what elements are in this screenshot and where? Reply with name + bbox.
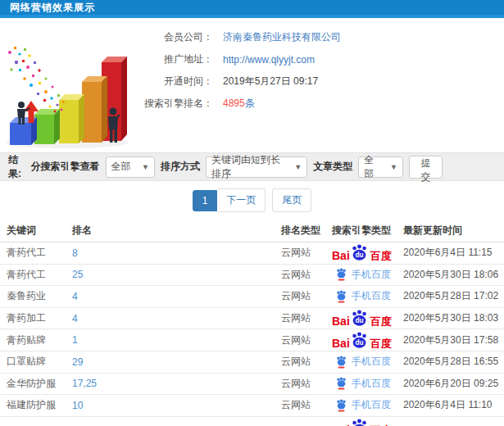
- caret-down-icon: ▼: [390, 163, 397, 171]
- rank-count: 4895: [223, 97, 245, 109]
- baidu-logo: Bai du 百度: [332, 332, 392, 349]
- engine-rank-value: 4895条: [223, 97, 255, 111]
- engine-cell: Bai du 百度 手机百度: [332, 332, 403, 349]
- table-row: 秦鲁药业 4 云网站 Bai du 百度: [0, 286, 504, 308]
- engine-select-value: 全部: [111, 160, 131, 174]
- open-time-label: 开通时间：: [138, 75, 213, 88]
- article-select-value: 全部: [364, 153, 384, 181]
- baidu-logo: Bai du 百度: [332, 419, 392, 426]
- account-info: 会员公司： 济南秦鲁药业科技有限公司 推广地址： http://www.qlyy…: [138, 18, 341, 152]
- rank-link[interactable]: 4: [72, 313, 281, 324]
- article-type-select[interactable]: 全部 ▼: [358, 156, 403, 178]
- results-table: 关键词 排名 排名类型 搜索引擎类型 最新更新时间 膏药代工 8 云网站 Bai…: [0, 220, 504, 426]
- bar-orange: [82, 76, 107, 143]
- keyword-cell: 膏药加工: [7, 311, 72, 325]
- keyword-cell: 福建防护服: [7, 398, 72, 412]
- mobile-baidu-icon: 手机百度: [335, 289, 391, 303]
- member-company-label: 会员公司：: [138, 30, 213, 44]
- next-page-button[interactable]: 下一页: [217, 188, 266, 212]
- promo-url-row: 推广地址： http://www.qlyyjt.com: [138, 48, 341, 70]
- table-row: 膏药贴牌 1 云网站 Bai du 百度: [0, 329, 504, 351]
- engine-cell: Bai du 百度 手机百度: [332, 268, 403, 282]
- table-row: 口罩贴牌 29 云网站 Bai du 百度: [0, 351, 504, 374]
- svg-text:du: du: [355, 316, 363, 324]
- engine-cell: Bai du 百度 手机百度: [332, 377, 403, 391]
- page: 网络营销效果展示: [0, 0, 504, 426]
- engine-filter-label: 分搜索引擎查看: [31, 160, 100, 174]
- rank-link[interactable]: 4: [72, 291, 281, 302]
- header-engine-type: 搜索引擎类型: [332, 224, 403, 238]
- table-row: Bai du 百度 手机百度: [0, 417, 504, 426]
- keyword-cell: 金华防护服: [7, 377, 72, 391]
- updated-cell: 2020年6月20日 09:25: [403, 377, 504, 391]
- growth-chart-illustration: [0, 20, 138, 151]
- engine-select[interactable]: 全部 ▼: [106, 156, 155, 178]
- rank-type-cell: 云网站: [281, 377, 332, 391]
- mobile-paw-icon: [335, 399, 347, 412]
- baidu-logo: Bai du 百度: [332, 244, 392, 261]
- rank-type-cell: 云网站: [281, 333, 332, 347]
- baidu-paw-icon: du: [350, 419, 370, 426]
- rank-count-suffix: 条: [245, 97, 255, 109]
- open-time-value: 2019年5月27日 09:17: [223, 75, 318, 88]
- filter-controls: 分搜索引擎查看 全部 ▼ 排序方式 关键词由短到长排序 ▼ 文章类型 全部 ▼ …: [31, 156, 443, 179]
- keyword-cell: 膏药贴牌: [7, 333, 72, 347]
- rank-link[interactable]: 8: [72, 247, 281, 259]
- mobile-baidu-icon: 手机百度: [335, 355, 391, 369]
- member-company-link[interactable]: 济南秦鲁药业科技有限公司: [223, 30, 341, 44]
- page-1-button[interactable]: 1: [193, 190, 218, 211]
- keyword-cell: 秦鲁药业: [7, 289, 72, 303]
- table-row: 膏药代工 25 云网站 Bai du 百度: [0, 265, 504, 287]
- baidu-paw-icon: du: [350, 310, 370, 327]
- mobile-paw-icon: [335, 377, 347, 390]
- mobile-baidu-icon: 手机百度: [335, 377, 391, 391]
- caret-down-icon: ▼: [294, 163, 302, 171]
- updated-cell: 2020年5月28日 16:55: [403, 355, 504, 369]
- header-rank: 排名: [72, 224, 281, 238]
- updated-cell: 2020年6月4日 11:10: [403, 398, 504, 412]
- engine-cell: Bai du 百度 手机百度: [332, 355, 403, 369]
- sort-select-value: 关键词由短到长排序: [211, 153, 288, 181]
- header-updated: 最新更新时间: [403, 224, 504, 238]
- updated-cell: 2020年5月30日 18:06: [403, 268, 504, 282]
- member-company-row: 会员公司： 济南秦鲁药业科技有限公司: [138, 26, 341, 48]
- page-title: 网络营销效果展示: [10, 1, 95, 15]
- rank-type-cell: 云网站: [281, 289, 332, 303]
- mobile-baidu-icon: 手机百度: [335, 398, 391, 412]
- rank-link[interactable]: 1: [72, 334, 281, 346]
- promo-url-label: 推广地址：: [138, 52, 213, 66]
- filter-bar: 结果: 分搜索引擎查看 全部 ▼ 排序方式 关键词由短到长排序 ▼ 文章类型 全…: [0, 152, 504, 181]
- engine-cell: Bai du 百度 手机百度: [332, 244, 403, 261]
- rank-type-cell: 云网站: [281, 398, 332, 412]
- header-rank-type: 排名类型: [281, 224, 332, 238]
- article-filter-label: 文章类型: [313, 160, 352, 174]
- rank-link[interactable]: 10: [72, 400, 281, 411]
- mobile-paw-icon: [335, 356, 347, 369]
- baidu-paw-icon: du: [350, 244, 370, 261]
- sort-select[interactable]: 关键词由短到长排序 ▼: [206, 156, 307, 178]
- bar-green: [34, 109, 60, 144]
- engine-rank-row: 搜索引擎排名： 4895条: [138, 93, 341, 115]
- last-page-button[interactable]: 尾页: [272, 188, 311, 212]
- mobile-paw-icon: [335, 290, 347, 303]
- updated-cell: 2020年6月4日 11:15: [403, 246, 504, 260]
- rank-type-cell: 云网站: [281, 311, 332, 325]
- promo-url-link[interactable]: http://www.qlyyjt.com: [223, 54, 315, 66]
- updated-cell: 2020年5月28日 17:02: [403, 289, 504, 303]
- pagination: 1 下一页 尾页: [0, 181, 504, 220]
- rank-type-cell: 云网站: [281, 268, 332, 282]
- keyword-cell: 膏药代工: [7, 268, 72, 282]
- table-row: 膏药加工 4 云网站 Bai du 百度: [0, 308, 504, 330]
- header-keyword: 关键词: [7, 224, 72, 238]
- rank-type-cell: 云网站: [281, 355, 332, 369]
- rank-link[interactable]: 17,25: [72, 378, 281, 389]
- submit-button[interactable]: 提交: [409, 156, 443, 179]
- rank-type-cell: 云网站: [281, 246, 332, 260]
- rank-link[interactable]: 29: [72, 356, 281, 368]
- keyword-cell: 膏药代工: [7, 246, 72, 260]
- table-row: 膏药代工 8 云网站 Bai du 百度: [0, 242, 504, 265]
- engine-cell: Bai du 百度 手机百度: [332, 289, 403, 303]
- updated-cell: 2020年5月30日 18:03: [403, 311, 504, 325]
- rank-link[interactable]: 25: [72, 269, 281, 280]
- engine-cell: Bai du 百度 手机百度: [332, 419, 403, 426]
